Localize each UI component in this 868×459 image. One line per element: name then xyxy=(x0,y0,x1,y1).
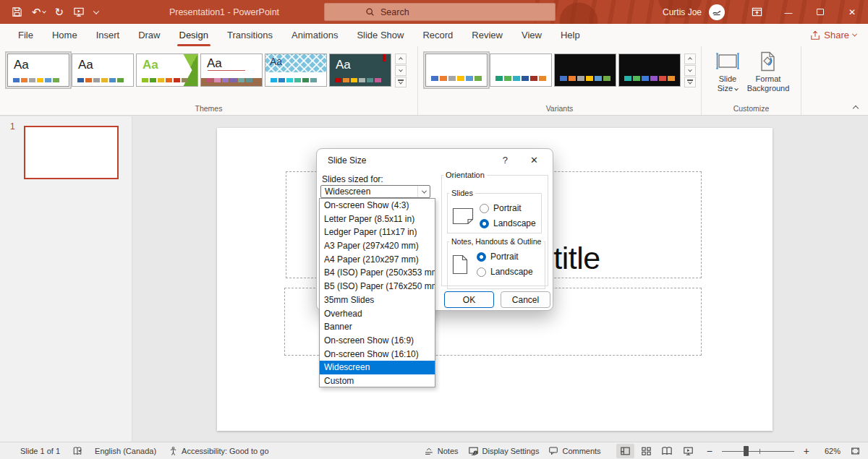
slides-landscape-radio[interactable]: Landscape xyxy=(480,218,536,228)
status-bar: Slide 1 of 1 English (Canada) Accessibil… xyxy=(0,442,868,459)
dropdown-option[interactable]: On-screen Show (4:3) xyxy=(320,199,435,213)
dropdown-option[interactable]: Banner xyxy=(320,320,435,334)
gallery-more-icon[interactable] xyxy=(395,77,407,87)
ok-button[interactable]: OK xyxy=(444,291,494,308)
slide-sorter-view-button[interactable] xyxy=(637,444,655,458)
cancel-button[interactable]: Cancel xyxy=(501,291,550,308)
dropdown-option[interactable]: On-screen Show (16:9) xyxy=(320,334,435,348)
slideshow-view-button[interactable] xyxy=(679,444,697,458)
slide-sorter-icon xyxy=(641,446,652,456)
ribbon-tab[interactable]: Slide Show xyxy=(347,24,413,46)
dropdown-option[interactable]: Overhead xyxy=(320,307,435,321)
reading-view-icon xyxy=(661,446,673,456)
gallery-more-icon[interactable] xyxy=(684,77,696,87)
dropdown-option[interactable]: Custom xyxy=(320,374,435,388)
themes-group: Aa Aa Aa Aa xyxy=(0,46,418,115)
redo-icon[interactable]: ↻ xyxy=(55,7,64,17)
dropdown-option[interactable]: Ledger Paper (11x17 in) xyxy=(320,226,435,239)
maximize-button[interactable] xyxy=(804,0,836,24)
ribbon-tab[interactable]: Record xyxy=(413,24,462,46)
ribbon-tab[interactable]: Animations xyxy=(282,24,347,46)
slide-indicator[interactable]: Slide 1 of 1 xyxy=(20,447,60,455)
ribbon-tab[interactable]: Home xyxy=(43,24,87,46)
undo-icon[interactable]: ↶ xyxy=(32,7,46,17)
gallery-scroll-up-icon[interactable] xyxy=(395,53,407,64)
radio-unchecked-icon xyxy=(480,204,489,213)
dropdown-option[interactable]: Letter Paper (8.5x11 in) xyxy=(320,213,435,226)
ribbon-tab[interactable]: Review xyxy=(462,24,512,46)
undo-dropdown-chevron-icon[interactable] xyxy=(42,9,46,13)
slides-orientation-group: Slides Portrait Landscape xyxy=(447,189,542,233)
share-chevron-icon xyxy=(852,32,857,37)
theme-thumbnail[interactable]: Aa xyxy=(200,53,263,87)
theme-swatches xyxy=(335,78,381,82)
slides-sized-for-combobox[interactable]: Widescreen xyxy=(320,185,430,198)
close-button[interactable]: ✕ xyxy=(836,0,868,24)
dropdown-option[interactable]: A4 Paper (210x297 mm) xyxy=(320,253,435,267)
dropdown-option[interactable]: B4 (ISO) Paper (250x353 mm) xyxy=(320,266,435,280)
dropdown-option[interactable]: On-screen Show (16:10) xyxy=(320,348,435,361)
zoom-in-button[interactable]: + xyxy=(804,445,809,457)
collapse-ribbon-icon[interactable] xyxy=(853,106,859,111)
search-input[interactable]: Search xyxy=(324,3,556,21)
dropdown-option[interactable]: B5 (ISO) Paper (176x250 mm) xyxy=(320,280,435,293)
combobox-dropdown-button[interactable] xyxy=(417,186,430,197)
share-button[interactable]: Share xyxy=(810,26,856,44)
dialog-close-button[interactable]: ✕ xyxy=(530,155,538,166)
theme-thumbnail[interactable]: Aa xyxy=(265,53,327,87)
theme-thumbnail[interactable]: Aa xyxy=(72,53,134,87)
notes-portrait-radio[interactable]: Portrait xyxy=(477,252,533,262)
save-icon[interactable] xyxy=(12,7,22,17)
ribbon-tab[interactable]: Insert xyxy=(87,24,129,46)
slide-size-button[interactable]: SlideSize xyxy=(707,46,748,93)
avatar[interactable] xyxy=(709,4,725,20)
gallery-scroll-up-icon[interactable] xyxy=(684,53,696,64)
ribbon-tab[interactable]: Help xyxy=(551,24,590,46)
variant-thumbnail[interactable] xyxy=(554,53,616,87)
ribbon-display-options-icon[interactable] xyxy=(741,0,773,24)
minimize-button[interactable]: — xyxy=(773,0,804,24)
accessibility-status[interactable]: Accessibility: Good to go xyxy=(169,446,268,456)
dialog-help-button[interactable]: ? xyxy=(503,155,508,166)
zoom-slider-thumb[interactable] xyxy=(744,446,749,456)
user-name[interactable]: Curtis Joe xyxy=(663,7,702,17)
theme-thumbnail[interactable]: Aa xyxy=(136,53,198,87)
format-background-button[interactable]: FormatBackground xyxy=(748,46,788,93)
slides-portrait-radio[interactable]: Portrait xyxy=(480,203,536,213)
zoom-out-button[interactable]: − xyxy=(707,445,712,457)
dropdown-option[interactable]: 35mm Slides xyxy=(320,293,435,307)
reading-view-button[interactable] xyxy=(658,444,676,458)
ribbon-tab[interactable]: Transitions xyxy=(218,24,282,46)
ribbon-tab[interactable]: Draw xyxy=(129,24,169,46)
gallery-scroll-down-icon[interactable] xyxy=(684,65,696,76)
theme-label: Aa xyxy=(142,58,158,72)
slide-thumbnail-panel: 1 xyxy=(0,116,132,442)
normal-view-button[interactable] xyxy=(616,444,634,458)
slide-thumbnail[interactable] xyxy=(24,126,119,179)
theme-thumbnail[interactable]: Aa xyxy=(329,53,391,87)
spellcheck-icon[interactable] xyxy=(72,446,82,456)
display-settings-button[interactable]: Display Settings xyxy=(468,446,540,456)
dropdown-option[interactable]: A3 Paper (297x420 mm) xyxy=(320,239,435,253)
notes-toggle[interactable]: Notes xyxy=(424,446,459,455)
dropdown-option[interactable]: Widescreen xyxy=(320,361,435,374)
ribbon-tab[interactable]: View xyxy=(512,24,551,46)
ribbon-tab[interactable]: File xyxy=(9,24,43,46)
window-title: Presentation1 - PowerPoint xyxy=(123,0,326,24)
theme-thumbnail[interactable]: Aa xyxy=(7,53,69,87)
ribbon-tab[interactable]: Design xyxy=(170,24,218,46)
zoom-level[interactable]: 62% xyxy=(819,447,841,455)
notes-landscape-radio[interactable]: Landscape xyxy=(477,267,533,277)
gallery-scroll-down-icon[interactable] xyxy=(395,65,407,76)
start-slideshow-icon[interactable] xyxy=(73,7,85,17)
language-indicator[interactable]: English (Canada) xyxy=(95,447,156,455)
fit-slide-to-window-button[interactable] xyxy=(850,446,861,456)
variant-thumbnail[interactable] xyxy=(425,53,488,87)
variant-thumbnail[interactable] xyxy=(490,53,552,87)
customize-qat-chevron-icon[interactable] xyxy=(94,10,98,14)
variant-thumbnail[interactable] xyxy=(618,53,681,87)
comments-icon xyxy=(548,446,558,455)
zoom-slider[interactable] xyxy=(722,446,794,456)
format-background-icon xyxy=(759,51,778,72)
comments-button[interactable]: Comments xyxy=(548,446,600,455)
